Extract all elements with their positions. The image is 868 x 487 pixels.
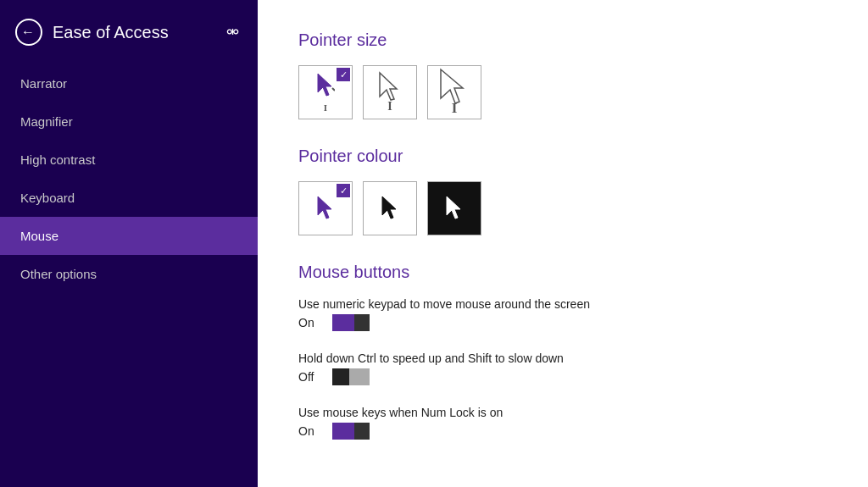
pointer-colour-section: Pointer colour — [298, 147, 827, 235]
toggle-switch-on-visual — [332, 314, 370, 331]
sidebar-item-mouse[interactable]: Mouse — [0, 217, 258, 255]
toggle-ctrl-speed-switch[interactable] — [332, 368, 370, 385]
pointer-size-options: I I I — [298, 65, 827, 119]
sidebar-item-narrator[interactable]: Narrator — [0, 64, 258, 102]
sidebar-item-other-options[interactable]: Other options — [0, 255, 258, 293]
toggle-num-lock: Use mouse keys when Num Lock is on On — [298, 406, 827, 440]
cursor-invert-colour-icon — [445, 195, 464, 222]
svg-marker-0 — [318, 74, 331, 96]
back-arrow-icon: ← — [21, 25, 35, 39]
toggle-ctrl-speed: Hold down Ctrl to speed up and Shift to … — [298, 351, 827, 385]
toggle-num-lock-state: On — [298, 424, 324, 438]
cursor-black-colour-icon — [381, 195, 399, 222]
selected-checkmark — [337, 68, 350, 81]
nav-list: NarratorMagnifierHigh contrastKeyboardMo… — [0, 64, 258, 293]
toggle-numeric-keypad: Use numeric keypad to move mouse around … — [298, 297, 827, 331]
mouse-buttons-section: Mouse buttons Use numeric keypad to move… — [298, 263, 827, 440]
toggle-num-lock-switch[interactable] — [332, 423, 370, 440]
svg-marker-3 — [441, 69, 463, 103]
text-cursor-large: I — [452, 100, 458, 117]
sidebar-item-high-contrast[interactable]: High contrast — [0, 141, 258, 179]
svg-marker-2 — [380, 73, 397, 100]
cursor-white-colour-icon — [316, 195, 335, 222]
sidebar-header: ← Ease of Access ⚮ — [0, 0, 258, 64]
search-icon[interactable]: ⚮ — [223, 19, 242, 45]
toggle-numeric-keypad-state: On — [298, 316, 324, 329]
pointer-size-small[interactable]: I — [298, 65, 353, 119]
sidebar-item-keyboard[interactable]: Keyboard — [0, 179, 258, 217]
cursor-small-icon — [316, 72, 335, 99]
pointer-size-medium[interactable]: I — [363, 65, 417, 119]
toggle-num-lock-control: On — [298, 423, 827, 440]
svg-marker-6 — [447, 196, 460, 219]
pointer-size-title: Pointer size — [298, 30, 827, 50]
sidebar-item-magnifier[interactable]: Magnifier — [0, 102, 258, 141]
sidebar: ← Ease of Access ⚮ NarratorMagnifierHigh… — [0, 0, 258, 487]
toggle-numeric-keypad-switch[interactable] — [332, 314, 370, 331]
svg-marker-5 — [382, 196, 396, 219]
main-content: Pointer size I I — [258, 0, 868, 487]
pointer-colour-black[interactable] — [363, 181, 417, 235]
toggle-num-lock-label: Use mouse keys when Num Lock is on — [298, 406, 827, 419]
toggle-numeric-keypad-control: On — [298, 314, 827, 331]
pointer-colour-title: Pointer colour — [298, 147, 827, 166]
text-cursor-medium: I — [387, 100, 392, 113]
app-title: Ease of Access — [53, 23, 213, 42]
mouse-buttons-title: Mouse buttons — [298, 263, 827, 282]
svg-marker-4 — [318, 196, 331, 219]
toggle-ctrl-speed-state: Off — [298, 370, 324, 384]
svg-line-1 — [332, 88, 335, 91]
pointer-size-large[interactable]: I — [427, 65, 481, 119]
cursor-medium-icon — [378, 71, 402, 103]
back-button[interactable]: ← — [15, 19, 42, 46]
toggle-switch-off-visual — [332, 368, 370, 385]
toggle-ctrl-speed-label: Hold down Ctrl to speed up and Shift to … — [298, 351, 827, 365]
pointer-colour-options — [298, 181, 827, 235]
pointer-colour-white[interactable] — [298, 181, 353, 235]
toggle-numeric-keypad-label: Use numeric keypad to move mouse around … — [298, 297, 827, 311]
selected-checkmark-colour — [337, 184, 350, 197]
toggle-switch-on-visual-2 — [332, 423, 370, 440]
pointer-size-section: Pointer size I I — [298, 30, 827, 119]
toggle-ctrl-speed-control: Off — [298, 368, 827, 385]
text-cursor-small: I — [324, 102, 327, 113]
pointer-colour-invert[interactable] — [427, 181, 481, 235]
